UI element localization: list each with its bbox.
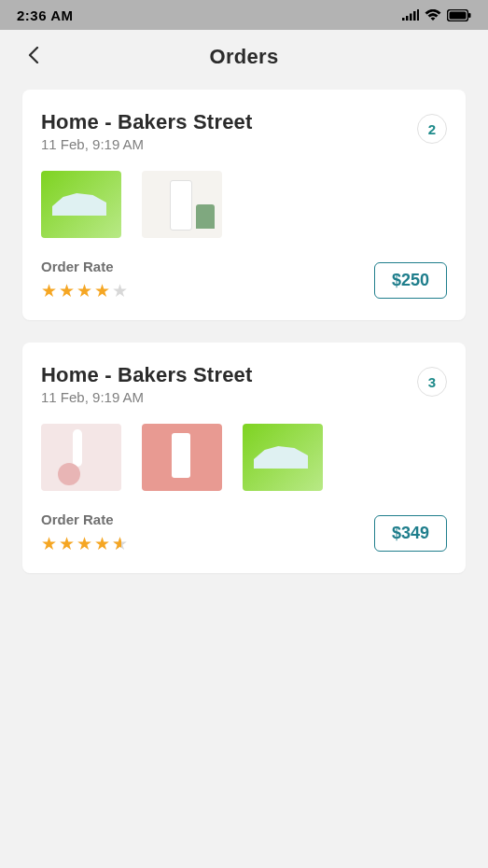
order-datetime: 11 Feb, 9:19 AM	[41, 136, 253, 152]
order-rating: ★★★★★	[41, 280, 130, 301]
svg-rect-3	[413, 11, 416, 21]
product-thumbnail[interactable]	[41, 171, 121, 238]
svg-rect-7	[468, 13, 471, 18]
order-card[interactable]: Home - Bakers Street 11 Feb, 9:19 AM 3 O…	[22, 343, 466, 573]
wifi-icon	[425, 9, 441, 21]
star-icon: ★	[77, 281, 94, 301]
star-icon: ★	[77, 534, 94, 553]
order-thumbnails	[41, 171, 447, 238]
page-title: Orders	[210, 45, 279, 69]
order-rate-label: Order Rate	[41, 259, 130, 274]
status-bar: 2:36 AM	[0, 0, 488, 30]
star-icon: ★	[41, 281, 59, 301]
order-rate-label: Order Rate	[41, 511, 130, 527]
battery-icon	[447, 9, 471, 21]
order-thumbnails	[41, 424, 447, 491]
star-icon: ★	[94, 281, 112, 301]
order-address: Home - Bakers Street	[41, 110, 253, 134]
product-thumbnail[interactable]	[142, 424, 222, 491]
order-address: Home - Bakers Street	[41, 363, 253, 387]
star-icon: ★	[59, 534, 77, 553]
order-card[interactable]: Home - Bakers Street 11 Feb, 9:19 AM 2 O…	[22, 90, 466, 320]
status-icons	[402, 9, 471, 21]
star-icon: ★	[59, 281, 77, 301]
order-count-badge: 2	[417, 114, 447, 144]
svg-rect-1	[406, 16, 409, 21]
svg-rect-6	[450, 11, 467, 19]
order-rating: ★★★★★	[41, 533, 130, 554]
order-datetime: 11 Feb, 9:19 AM	[41, 389, 253, 405]
back-button[interactable]	[21, 37, 47, 77]
order-count-badge: 3	[417, 367, 447, 397]
svg-rect-2	[410, 14, 412, 21]
status-time: 2:36 AM	[17, 7, 73, 23]
order-price-button[interactable]: $349	[374, 515, 447, 552]
header: Orders	[0, 30, 488, 84]
product-thumbnail[interactable]	[41, 424, 121, 491]
chevron-left-icon	[28, 47, 39, 63]
product-thumbnail[interactable]	[243, 424, 323, 491]
signal-icon	[402, 9, 419, 21]
svg-rect-0	[402, 18, 405, 21]
star-icon: ★	[94, 534, 112, 553]
orders-list: Home - Bakers Street 11 Feb, 9:19 AM 2 O…	[0, 84, 488, 601]
svg-rect-4	[417, 9, 419, 21]
star-half-icon: ★	[112, 533, 130, 554]
order-price-button[interactable]: $250	[374, 262, 447, 299]
product-thumbnail[interactable]	[142, 171, 222, 238]
star-empty-icon: ★	[112, 281, 130, 301]
star-icon: ★	[41, 534, 59, 553]
